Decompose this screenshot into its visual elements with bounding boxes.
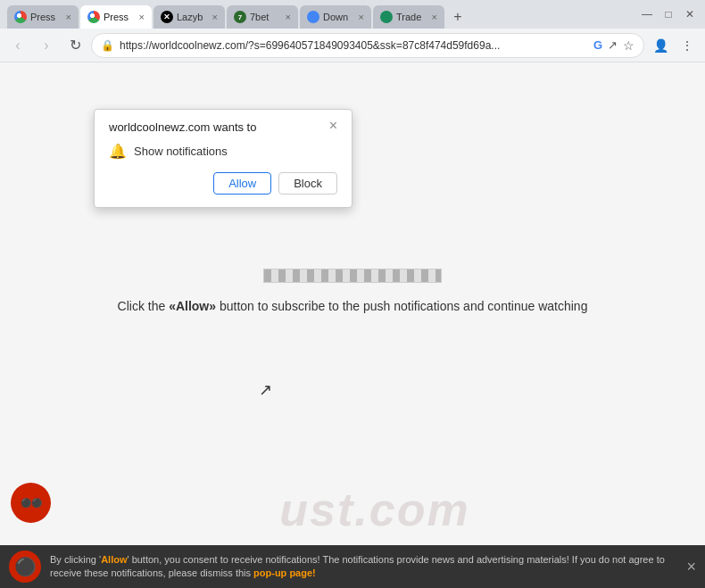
tab-5-close[interactable]: × xyxy=(359,12,364,22)
tab-1[interactable]: Press × xyxy=(7,5,79,29)
popup-header: worldcoolnewz.com wants to × xyxy=(109,120,337,134)
page-instruction: Click the «Allow» button to subscribe to… xyxy=(118,299,588,313)
title-bar: Press × Press × ✕ Lazyb × 7 7bet × Down … xyxy=(0,0,705,29)
tab-2-label: Press xyxy=(104,12,136,22)
tab-6-favicon xyxy=(380,11,393,23)
user-icon-button[interactable]: 👤 xyxy=(648,33,673,58)
forward-icon: › xyxy=(44,37,48,54)
window-controls: — □ ✕ xyxy=(639,8,698,21)
reload-icon: ↻ xyxy=(70,37,81,54)
tab-3-label: Lazyb xyxy=(177,12,209,22)
notif-allow-text: Allow xyxy=(101,554,127,565)
page-content: worldcoolnewz.com wants to × 🔔 Show noti… xyxy=(0,62,705,545)
popup-buttons: Allow Block xyxy=(109,172,337,195)
cursor: ↗ xyxy=(259,380,272,400)
progress-bar-fill xyxy=(264,269,441,282)
tab-5-label: Down xyxy=(323,12,355,22)
new-tab-button[interactable]: + xyxy=(446,5,469,29)
tab-2-close[interactable]: × xyxy=(139,12,145,22)
menu-icon: ⋮ xyxy=(681,38,693,53)
allow-button[interactable]: Allow xyxy=(213,172,271,195)
notification-bar: ⚫ By clicking 'Allow' button, you consen… xyxy=(0,545,705,588)
permission-popup: worldcoolnewz.com wants to × 🔔 Show noti… xyxy=(94,109,352,208)
tab-6-close[interactable]: × xyxy=(432,12,437,22)
tab-3-favicon: ✕ xyxy=(161,11,173,23)
notif-popup-link[interactable]: pop-up page! xyxy=(253,567,316,578)
back-button[interactable]: ‹ xyxy=(5,33,30,58)
allow-bold-text: «Allow» xyxy=(169,299,216,313)
progress-area: Click the «Allow» button to subscribe to… xyxy=(118,269,588,313)
tab-1-label: Press xyxy=(30,12,62,22)
progress-bar xyxy=(263,269,442,283)
toolbar-actions: 👤 ⋮ xyxy=(648,33,700,58)
popup-close-button[interactable]: × xyxy=(329,119,337,133)
tab-1-favicon xyxy=(14,11,27,23)
tab-1-close[interactable]: × xyxy=(66,12,71,22)
tab-4-favicon: 7 xyxy=(234,11,246,23)
popup-title: worldcoolnewz.com wants to xyxy=(109,120,256,134)
popup-notification-row: 🔔 Show notifications xyxy=(109,143,337,160)
notif-icon-symbol: ⚫ xyxy=(14,556,37,577)
bookmark-icon[interactable]: ☆ xyxy=(623,38,634,53)
tab-6-label: Trade xyxy=(396,12,428,22)
close-window-button[interactable]: ✕ xyxy=(682,8,698,21)
toolbar: ‹ › ↻ 🔒 https://worldcoolnewz.com/?s=699… xyxy=(0,29,705,62)
block-button[interactable]: Block xyxy=(278,172,337,195)
tab-6[interactable]: Trade × xyxy=(373,5,444,29)
watermark-text: ust.com xyxy=(279,483,469,536)
tab-3-close[interactable]: × xyxy=(212,12,218,22)
tab-2-favicon xyxy=(87,11,100,23)
user-icon: 👤 xyxy=(653,38,668,53)
watermark-logo-icon xyxy=(11,483,51,523)
tab-2[interactable]: Press × xyxy=(80,5,152,29)
watermark-area: ust.com xyxy=(0,474,705,545)
address-bar[interactable]: 🔒 https://worldcoolnewz.com/?s=699640571… xyxy=(91,33,644,58)
bell-icon: 🔔 xyxy=(109,143,127,160)
tabs-area: Press × Press × ✕ Lazyb × 7 7bet × Down … xyxy=(7,0,639,29)
minimize-button[interactable]: — xyxy=(639,8,655,21)
maximize-button[interactable]: □ xyxy=(660,8,676,21)
lock-icon: 🔒 xyxy=(101,39,114,52)
tab-4-label: 7bet xyxy=(250,12,282,22)
menu-button[interactable]: ⋮ xyxy=(675,33,700,58)
share-icon[interactable]: ↗ xyxy=(608,38,618,52)
instruction-rest: button to subscribe to the push notifica… xyxy=(220,299,588,313)
forward-button[interactable]: › xyxy=(34,33,59,58)
tab-4-close[interactable]: × xyxy=(286,12,291,22)
google-icon: G xyxy=(593,38,602,52)
back-icon: ‹ xyxy=(15,37,20,54)
notif-close-button[interactable]: × xyxy=(686,558,696,576)
tab-4[interactable]: 7 7bet × xyxy=(227,5,298,29)
popup-notification-text: Show notifications xyxy=(134,145,228,158)
tab-5-favicon xyxy=(307,11,319,23)
tab-3[interactable]: ✕ Lazyb × xyxy=(153,5,225,29)
notif-text: By clicking 'Allow' button, you consent … xyxy=(50,553,677,581)
notif-logo-icon: ⚫ xyxy=(9,551,41,583)
reload-button[interactable]: ↻ xyxy=(62,33,87,58)
url-display: https://worldcoolnewz.com/?s=69964057184… xyxy=(120,39,588,52)
tab-5[interactable]: Down × xyxy=(300,5,371,29)
